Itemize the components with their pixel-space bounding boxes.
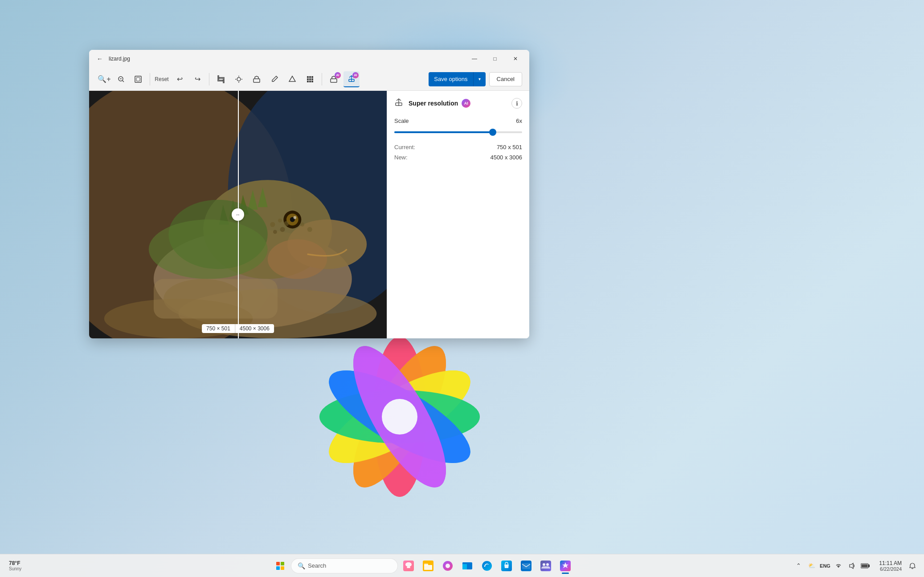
info-icon: ℹ bbox=[516, 100, 518, 107]
copilot-icon bbox=[560, 561, 571, 571]
taskbar-app-store[interactable] bbox=[498, 557, 515, 575]
super-res-panel-icon bbox=[394, 98, 405, 109]
svg-rect-31 bbox=[307, 81, 309, 82]
slider-fill bbox=[394, 131, 493, 133]
svg-point-18 bbox=[237, 77, 241, 81]
new-label: New: bbox=[394, 154, 408, 161]
svg-rect-64 bbox=[154, 279, 278, 319]
image-size-labels: 750 × 501 4500 × 3006 bbox=[202, 324, 274, 333]
save-options-button[interactable]: Save options bbox=[429, 72, 473, 86]
svg-rect-16 bbox=[135, 76, 141, 82]
window-controls: — □ ✕ bbox=[464, 52, 526, 66]
svg-rect-32 bbox=[309, 81, 311, 82]
pen-icon bbox=[270, 75, 278, 83]
search-box[interactable]: 🔍 Search bbox=[291, 558, 398, 573]
svg-line-15 bbox=[123, 81, 124, 82]
ai-badge-gen: AI bbox=[335, 72, 341, 78]
content-area: ↔ 750 × 501 4500 × 3006 Super resolution… bbox=[89, 91, 529, 338]
taskbar-app-explorer[interactable] bbox=[419, 557, 437, 575]
scale-slider[interactable] bbox=[394, 128, 522, 137]
volume-icon[interactable] bbox=[846, 560, 858, 572]
edge-icon bbox=[482, 561, 492, 571]
fit-icon bbox=[135, 76, 142, 83]
svg-rect-25 bbox=[307, 76, 309, 78]
maximize-button[interactable]: □ bbox=[485, 52, 505, 66]
current-value: 750 x 501 bbox=[497, 144, 522, 150]
dropdown-arrow: ▾ bbox=[478, 77, 481, 81]
explorer-icon bbox=[423, 561, 433, 571]
files-icon bbox=[462, 561, 473, 571]
weather-tray-icon[interactable]: ⛅ bbox=[805, 560, 818, 572]
image-container: ↔ 750 × 501 4500 × 3006 bbox=[89, 91, 387, 338]
start-button[interactable] bbox=[271, 557, 289, 575]
taskbar: 78°F Sunny 🔍 Search bbox=[0, 554, 924, 577]
color-app-icon bbox=[442, 561, 453, 571]
cancel-button[interactable]: Cancel bbox=[489, 72, 522, 86]
save-dropdown-button[interactable]: ▾ bbox=[473, 72, 486, 86]
taskbar-app-paint[interactable] bbox=[400, 557, 417, 575]
erase-button[interactable] bbox=[249, 71, 265, 87]
taskbar-left: 78°F Sunny bbox=[0, 558, 53, 573]
svg-point-50 bbox=[280, 227, 285, 232]
panel-title: Super resolution bbox=[409, 100, 458, 107]
sticker-button[interactable] bbox=[302, 71, 318, 87]
slider-thumb[interactable] bbox=[489, 129, 496, 136]
pen-button[interactable] bbox=[266, 71, 282, 87]
svg-point-74 bbox=[482, 561, 492, 571]
chevron-icon: ⌃ bbox=[796, 562, 801, 569]
svg-point-12 bbox=[382, 399, 417, 435]
mail-icon bbox=[521, 561, 532, 571]
taskbar-app-mail[interactable] bbox=[517, 557, 535, 575]
fit-view-button[interactable] bbox=[130, 71, 146, 87]
svg-rect-27 bbox=[311, 76, 313, 78]
current-row: Current: 750 x 501 bbox=[394, 144, 522, 150]
clock-area[interactable]: 11:11 AM 6/22/2024 bbox=[873, 560, 904, 572]
zoom-out-button[interactable] bbox=[113, 71, 129, 87]
brightness-icon bbox=[235, 75, 243, 83]
svg-rect-69 bbox=[424, 564, 428, 566]
search-icon: 🔍 bbox=[298, 562, 305, 569]
battery-indicator bbox=[861, 563, 870, 569]
battery-icon[interactable] bbox=[859, 560, 871, 572]
super-res-button[interactable]: AI bbox=[343, 71, 360, 87]
title-bar: ← lizard.jpg — □ ✕ bbox=[89, 50, 529, 68]
taskbar-app-copilot[interactable] bbox=[556, 557, 574, 575]
brightness-button[interactable] bbox=[231, 71, 247, 87]
split-handle-icon: ↔ bbox=[236, 212, 241, 217]
undo-button[interactable]: ↩ bbox=[172, 71, 188, 87]
weather-condition: Sunny bbox=[9, 566, 21, 571]
new-size-label: 4500 × 3006 bbox=[235, 324, 274, 333]
redo-icon: ↪ bbox=[195, 75, 200, 83]
toolbar-right: Save options ▾ Cancel bbox=[429, 72, 522, 86]
info-button[interactable]: ℹ bbox=[511, 98, 522, 109]
crop-button[interactable] bbox=[213, 71, 229, 87]
svg-point-47 bbox=[278, 219, 282, 223]
paint-window: ← lizard.jpg — □ ✕ 🔍+ Reset ↩ bbox=[89, 50, 529, 338]
notification-button[interactable] bbox=[906, 560, 919, 572]
close-button[interactable]: ✕ bbox=[505, 52, 526, 66]
svg-rect-73 bbox=[462, 564, 467, 569]
taskbar-app-edge[interactable] bbox=[478, 557, 496, 575]
taskbar-app-files[interactable] bbox=[458, 557, 476, 575]
split-handle[interactable]: ↔ bbox=[232, 208, 244, 221]
back-button[interactable]: ← bbox=[94, 53, 105, 64]
sticker-icon bbox=[306, 75, 314, 83]
generative-erase-button[interactable]: AI bbox=[326, 71, 342, 87]
panel-title-row: Super resolution AI bbox=[394, 98, 470, 109]
minimize-button[interactable]: — bbox=[464, 52, 485, 66]
language-tray-icon[interactable]: ENG bbox=[819, 560, 831, 572]
clock-date: 6/22/2024 bbox=[880, 566, 902, 572]
wifi-signal-icon bbox=[835, 562, 842, 569]
crop-icon bbox=[217, 75, 225, 83]
wifi-icon[interactable] bbox=[832, 560, 845, 572]
zoom-in-button[interactable]: 🔍+ bbox=[96, 71, 112, 87]
reset-button[interactable]: Reset bbox=[154, 71, 170, 87]
taskbar-app-color[interactable] bbox=[439, 557, 457, 575]
weather-widget[interactable]: 78°F Sunny bbox=[5, 558, 25, 573]
chevron-tray-button[interactable]: ⌃ bbox=[792, 560, 805, 572]
speaker-icon bbox=[848, 562, 855, 569]
taskbar-app-teams[interactable] bbox=[537, 557, 555, 575]
redo-button[interactable]: ↪ bbox=[189, 71, 205, 87]
undo-icon: ↩ bbox=[177, 75, 183, 83]
shape-button[interactable] bbox=[284, 71, 300, 87]
